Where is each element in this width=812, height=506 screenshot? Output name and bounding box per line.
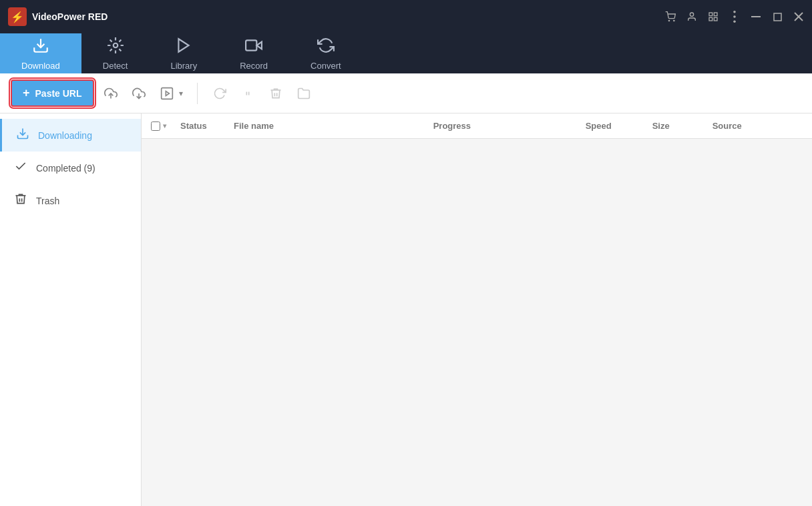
sidebar-label-downloading: Downloading (38, 130, 92, 141)
resume-button[interactable] (208, 82, 231, 105)
upload-button[interactable] (99, 82, 122, 105)
svg-point-0 (668, 20, 669, 21)
nav-item-download[interactable]: Download (0, 33, 81, 73)
th-filename: File name (228, 121, 428, 131)
sidebar-item-downloading[interactable]: Downloading (0, 119, 141, 152)
th-source: Source (707, 121, 812, 131)
sidebar-item-completed[interactable]: Completed (9) (0, 152, 141, 184)
th-size: Size (647, 121, 707, 131)
plus-icon: + (23, 86, 30, 100)
maximize-button[interactable] (772, 11, 783, 22)
svg-point-15 (113, 43, 118, 47)
open-folder-button[interactable] (292, 82, 315, 105)
nav-item-detect[interactable]: Detect (81, 33, 150, 73)
download-nav-icon (32, 37, 49, 58)
th-speed: Speed (580, 121, 647, 131)
svg-rect-5 (714, 17, 717, 21)
nav-bar: Download Detect Library Record (0, 33, 812, 73)
th-dropdown-arrow[interactable]: ▾ (163, 122, 166, 130)
downloading-icon (15, 127, 30, 144)
svg-point-9 (733, 20, 736, 23)
nav-item-library[interactable]: Library (149, 33, 218, 73)
th-checkbox[interactable]: ▾ (142, 121, 175, 131)
media-button-group: ▾ (156, 82, 186, 105)
trash-icon (13, 192, 28, 209)
record-nav-icon (245, 37, 262, 58)
svg-marker-16 (179, 39, 189, 52)
svg-point-2 (690, 13, 693, 16)
svg-rect-20 (161, 87, 172, 99)
nav-label-library: Library (170, 61, 197, 71)
sidebar-label-completed: Completed (9) (36, 163, 95, 174)
th-status: Status (175, 121, 228, 131)
title-bar-controls (665, 11, 804, 22)
grid-icon[interactable] (708, 11, 719, 22)
content-area: ▾ Status File name Progress Speed Size S… (142, 113, 812, 506)
nav-item-record[interactable]: Record (218, 33, 289, 73)
nav-label-download: Download (21, 61, 60, 71)
cart-icon[interactable] (665, 11, 676, 22)
pause-button[interactable] (236, 82, 259, 105)
table-header: ▾ Status File name Progress Speed Size S… (142, 113, 812, 139)
media-dropdown-button[interactable]: ▾ (176, 82, 186, 105)
nav-label-record: Record (240, 61, 268, 71)
title-bar: ⚡ VideoPower RED (0, 0, 812, 33)
svg-rect-4 (714, 13, 717, 16)
svg-rect-6 (709, 17, 713, 21)
th-progress: Progress (428, 121, 580, 131)
svg-rect-17 (246, 40, 256, 50)
main-layout: Downloading Completed (9) Trash (0, 113, 812, 506)
svg-point-8 (733, 15, 736, 18)
library-nav-icon (175, 37, 192, 58)
toolbar: + Paste URL ▾ (0, 73, 812, 113)
convert-nav-icon (317, 37, 335, 58)
nav-item-convert[interactable]: Convert (289, 33, 363, 73)
download-button[interactable] (128, 82, 150, 105)
close-button[interactable] (793, 11, 804, 22)
svg-marker-21 (166, 91, 169, 95)
detect-nav-icon (107, 37, 124, 58)
user-icon[interactable] (686, 11, 697, 22)
svg-rect-11 (774, 13, 781, 21)
app-logo: ⚡ VideoPower RED (8, 7, 665, 26)
select-all-checkbox[interactable] (151, 121, 160, 131)
toolbar-divider-1 (197, 83, 198, 104)
app-title: VideoPower RED (32, 11, 108, 22)
app-logo-icon: ⚡ (8, 7, 27, 26)
svg-point-7 (733, 11, 736, 13)
more-icon[interactable] (729, 11, 740, 22)
sidebar-item-trash[interactable]: Trash (0, 184, 141, 217)
paste-url-button[interactable]: + Paste URL (11, 79, 94, 107)
table-body (142, 139, 812, 506)
nav-label-convert: Convert (311, 61, 341, 71)
sidebar: Downloading Completed (9) Trash (0, 113, 142, 506)
media-download-button[interactable] (156, 82, 178, 105)
delete-button[interactable] (264, 82, 287, 105)
nav-label-detect: Detect (103, 61, 128, 71)
svg-rect-3 (709, 13, 713, 16)
sidebar-label-trash: Trash (36, 196, 59, 206)
minimize-button[interactable] (751, 11, 761, 22)
completed-icon (13, 160, 28, 176)
svg-point-1 (674, 20, 674, 21)
paste-url-label: Paste URL (35, 88, 82, 99)
